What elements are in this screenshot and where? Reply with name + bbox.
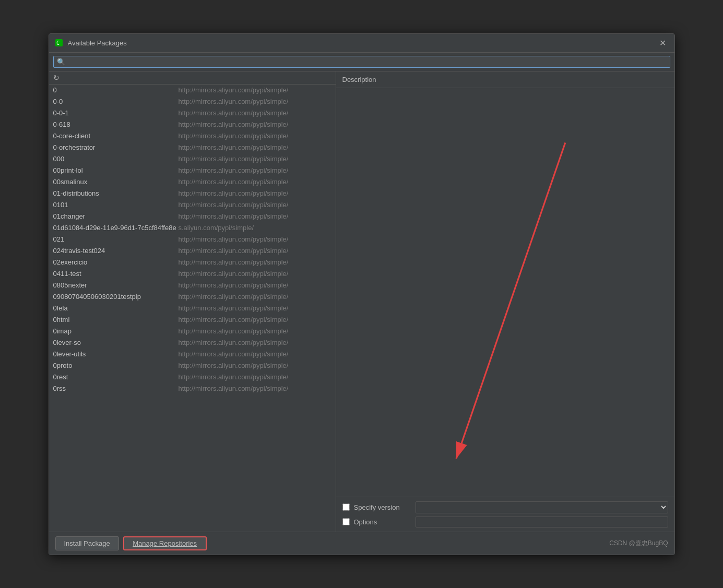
package-name: 0-orchestrator [53, 143, 179, 151]
list-item[interactable]: 0lever-sohttp://mirrors.aliyun.com/pypi/… [49, 337, 336, 349]
list-item[interactable]: 00smalinuxhttp://mirrors.aliyun.com/pypi… [49, 176, 336, 188]
package-name: 0-0 [53, 98, 179, 105]
package-name: 0-0-1 [53, 109, 179, 117]
package-url: http://mirrors.aliyun.com/pypi/simple/ [179, 235, 289, 243]
list-item[interactable]: 0htmlhttp://mirrors.aliyun.com/pypi/simp… [49, 314, 336, 326]
package-url: http://mirrors.aliyun.com/pypi/simple/ [179, 212, 289, 220]
package-url: http://mirrors.aliyun.com/pypi/simple/ [179, 258, 289, 266]
package-url: http://mirrors.aliyun.com/pypi/simple/ [179, 373, 289, 381]
list-item[interactable]: 0resthttp://mirrors.aliyun.com/pypi/simp… [49, 371, 336, 383]
package-name: 01changer [53, 212, 179, 220]
search-input[interactable] [67, 58, 667, 66]
package-name: 0-core-client [53, 132, 179, 140]
main-content: ↻ 0http://mirrors.aliyun.com/pypi/simple… [49, 71, 674, 532]
package-url: http://mirrors.aliyun.com/pypi/simple/ [179, 201, 289, 209]
package-name: 01-distributions [53, 189, 179, 197]
description-body [336, 88, 674, 497]
list-item[interactable]: 0805nexterhttp://mirrors.aliyun.com/pypi… [49, 280, 336, 291]
version-select[interactable] [416, 501, 668, 513]
package-name: 021 [53, 235, 179, 243]
package-url: http://mirrors.aliyun.com/pypi/simple/ [179, 293, 289, 301]
package-url: http://mirrors.aliyun.com/pypi/simple/ [179, 155, 289, 163]
specify-version-label: Specify version [354, 503, 411, 511]
package-url: http://mirrors.aliyun.com/pypi/simple/ [179, 385, 289, 392]
package-name: 01d61084-d29e-11e9-96d1-7c5cf84ffe8e [53, 224, 179, 232]
options-checkbox[interactable] [342, 518, 350, 525]
list-item[interactable]: 000http://mirrors.aliyun.com/pypi/simple… [49, 153, 336, 165]
package-name: 000 [53, 155, 179, 163]
package-list[interactable]: 0http://mirrors.aliyun.com/pypi/simple/0… [49, 85, 336, 532]
package-url: http://mirrors.aliyun.com/pypi/simple/ [179, 247, 289, 255]
package-name: 02exercicio [53, 258, 179, 266]
package-name: 0lever-utils [53, 350, 179, 358]
package-url: http://mirrors.aliyun.com/pypi/simple/ [179, 86, 289, 94]
list-item[interactable]: 0-0-1http://mirrors.aliyun.com/pypi/simp… [49, 107, 336, 119]
right-panel: Description Specify version [336, 71, 674, 532]
package-url: http://mirrors.aliyun.com/pypi/simple/ [179, 327, 289, 335]
list-item[interactable]: 0-0http://mirrors.aliyun.com/pypi/simple… [49, 96, 336, 107]
package-url: http://mirrors.aliyun.com/pypi/simple/ [179, 98, 289, 105]
package-name: 0-618 [53, 121, 179, 128]
app-icon: C [54, 38, 64, 47]
list-item[interactable]: 024travis-test024http://mirrors.aliyun.c… [49, 245, 336, 257]
manage-repositories-button[interactable]: Manage Repositories [123, 536, 207, 550]
list-item[interactable]: 02exerciciohttp://mirrors.aliyun.com/pyp… [49, 257, 336, 268]
list-item[interactable]: 01d61084-d29e-11e9-96d1-7c5cf84ffe8es.al… [49, 222, 336, 234]
package-name: 0fela [53, 304, 179, 312]
search-bar: 🔍 [49, 53, 674, 71]
options-input[interactable] [416, 517, 668, 527]
titlebar-left: C Available Packages [54, 38, 127, 47]
package-url: http://mirrors.aliyun.com/pypi/simple/ [179, 132, 289, 140]
list-item[interactable]: 0101http://mirrors.aliyun.com/pypi/simpl… [49, 199, 336, 211]
package-name: 0lever-so [53, 339, 179, 346]
package-name: 0rest [53, 373, 179, 381]
description-header: Description [336, 71, 674, 88]
package-name: 024travis-test024 [53, 247, 179, 255]
list-item[interactable]: 0imaphttp://mirrors.aliyun.com/pypi/simp… [49, 326, 336, 337]
package-name: 00print-lol [53, 166, 179, 174]
list-item[interactable]: 0rsshttp://mirrors.aliyun.com/pypi/simpl… [49, 383, 336, 394]
list-item[interactable]: 01changerhttp://mirrors.aliyun.com/pypi/… [49, 211, 336, 222]
close-button[interactable]: ✕ [656, 37, 669, 49]
package-name: 0805nexter [53, 281, 179, 289]
list-item[interactable]: 090807040506030201testpiphttp://mirrors.… [49, 291, 336, 303]
list-item[interactable]: 0-core-clienthttp://mirrors.aliyun.com/p… [49, 130, 336, 142]
package-name: 0proto [53, 362, 179, 369]
window-title: Available Packages [68, 39, 127, 47]
package-url: http://mirrors.aliyun.com/pypi/simple/ [179, 304, 289, 312]
package-url: http://mirrors.aliyun.com/pypi/simple/ [179, 350, 289, 358]
package-url: http://mirrors.aliyun.com/pypi/simple/ [179, 362, 289, 369]
package-url: http://mirrors.aliyun.com/pypi/simple/ [179, 178, 289, 186]
package-name: 0rss [53, 385, 179, 392]
package-name: 0imap [53, 327, 179, 335]
list-item[interactable]: 00print-lolhttp://mirrors.aliyun.com/pyp… [49, 165, 336, 176]
package-name: 0101 [53, 201, 179, 209]
package-url: http://mirrors.aliyun.com/pypi/simple/ [179, 189, 289, 197]
list-item[interactable]: 0http://mirrors.aliyun.com/pypi/simple/ [49, 85, 336, 96]
package-url: http://mirrors.aliyun.com/pypi/simple/ [179, 281, 289, 289]
package-name: 090807040506030201testpip [53, 293, 179, 301]
refresh-icon[interactable]: ↻ [53, 74, 60, 82]
specify-version-row: Specify version [342, 501, 668, 513]
list-item[interactable]: 0-orchestratorhttp://mirrors.aliyun.com/… [49, 142, 336, 153]
left-panel: ↻ 0http://mirrors.aliyun.com/pypi/simple… [49, 71, 336, 532]
list-item[interactable]: 021http://mirrors.aliyun.com/pypi/simple… [49, 234, 336, 245]
list-item[interactable]: 0protohttp://mirrors.aliyun.com/pypi/sim… [49, 360, 336, 371]
svg-line-3 [456, 142, 565, 459]
package-name: 0html [53, 316, 179, 323]
list-item[interactable]: 01-distributionshttp://mirrors.aliyun.co… [49, 188, 336, 199]
install-package-button[interactable]: Install Package [55, 536, 119, 550]
toolbar: ↻ [49, 71, 336, 85]
available-packages-window: C Available Packages ✕ 🔍 ↻ 0http://mirro… [49, 33, 675, 555]
list-item[interactable]: 0lever-utilshttp://mirrors.aliyun.com/py… [49, 349, 336, 360]
list-item[interactable]: 0-618http://mirrors.aliyun.com/pypi/simp… [49, 119, 336, 130]
package-url: http://mirrors.aliyun.com/pypi/simple/ [179, 109, 289, 117]
search-icon: 🔍 [57, 58, 65, 66]
list-item[interactable]: 0411-testhttp://mirrors.aliyun.com/pypi/… [49, 268, 336, 280]
package-url: http://mirrors.aliyun.com/pypi/simple/ [179, 121, 289, 128]
package-name: 0411-test [53, 270, 179, 278]
package-url: http://mirrors.aliyun.com/pypi/simple/ [179, 270, 289, 278]
specify-version-checkbox[interactable] [342, 503, 350, 511]
list-item[interactable]: 0felahttp://mirrors.aliyun.com/pypi/simp… [49, 303, 336, 314]
options-row: Options [342, 517, 668, 527]
